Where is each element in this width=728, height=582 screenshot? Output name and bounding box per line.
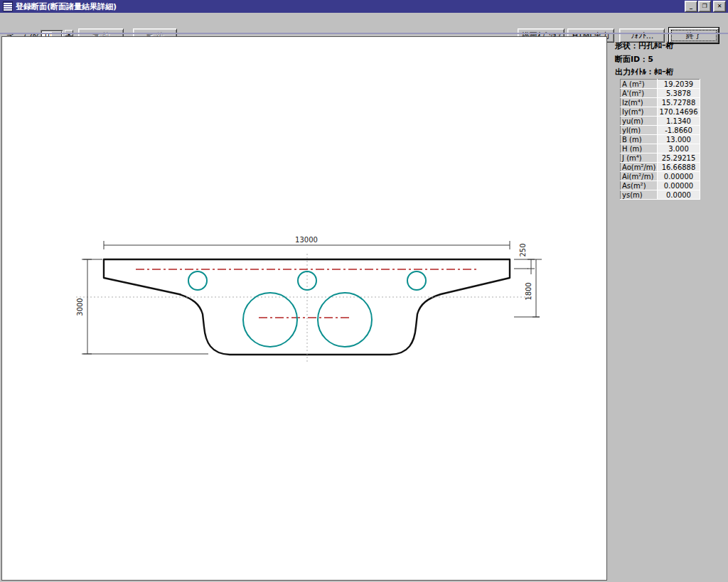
table-row: B (m) 13.000 — [621, 135, 700, 144]
table-row: H (m) 3.000 — [621, 144, 700, 153]
property-label: J (m⁴) — [621, 153, 658, 163]
property-value: 25.29215 — [658, 153, 700, 163]
property-label: ys(m) — [621, 190, 658, 200]
property-value: -1.8660 — [658, 126, 700, 135]
title-bar[interactable]: 登録断面(断面諸量結果詳細) _ ❐ ✕ — [0, 0, 728, 13]
property-label: H (m) — [621, 144, 658, 153]
restore-button[interactable]: ❐ — [698, 1, 711, 12]
property-label: Ao(m²/m) — [621, 163, 658, 172]
property-value: 170.14696 — [658, 107, 700, 117]
property-value: 15.72788 — [658, 98, 700, 107]
drawing-canvas[interactable]: 13000 3000 250 1800 — [1, 36, 607, 581]
cross-section-drawing: 13000 3000 250 1800 — [2, 37, 606, 580]
table-row: A (m²) 19.2039 — [621, 80, 700, 89]
property-value: 0.0000 — [658, 190, 700, 200]
shape-line: 形状：円孔ﾎﾛｰ桁 — [615, 41, 674, 51]
property-value: 0.00000 — [658, 172, 700, 181]
window-title: 登録断面(断面諸量結果詳細) — [16, 1, 685, 12]
property-label: A'(m²) — [621, 89, 658, 98]
results-panel: 形状：円孔ﾎﾛｰ桁 断面ID：5 出力ﾀｲﾄﾙ：ﾎﾛｰ桁 A (m²) 19.2… — [613, 36, 728, 582]
table-row: Iy(m⁴) 170.14696 — [621, 107, 700, 117]
section-properties-table: A (m²) 19.2039 A'(m²) 5.3878 Iz(m⁴) 15.7… — [620, 79, 700, 200]
property-label: Iy(m⁴) — [621, 107, 658, 117]
dim-height-label: 3000 — [76, 298, 84, 316]
toolbar: ズーム(%) 100 ▼ ▲ ▼ ☚ 前 ☛ 後 描画ｵﾌﾟｼｮﾝ HTML出力… — [0, 13, 728, 33]
dim-edge-label: 250 — [519, 243, 527, 257]
property-value: 19.2039 — [658, 80, 700, 89]
property-label: B (m) — [621, 135, 658, 144]
app-icon — [3, 1, 13, 11]
dim-width-label: 13000 — [295, 236, 318, 244]
table-row: A'(m²) 5.3878 — [621, 89, 700, 98]
output-title-line: 出力ﾀｲﾄﾙ：ﾎﾛｰ桁 — [615, 67, 674, 77]
table-row: Ai(m²/m) 0.00000 — [621, 172, 700, 181]
section-id-line: 断面ID：5 — [615, 54, 653, 65]
property-value: 5.3878 — [658, 89, 700, 98]
dim-inner-label: 1800 — [525, 282, 532, 300]
close-button[interactable]: ✕ — [713, 1, 726, 12]
table-row: Ao(m²/m) 16.66888 — [621, 163, 700, 172]
table-row: J (m⁴) 25.29215 — [621, 153, 700, 163]
property-value: 1.1340 — [658, 117, 700, 126]
property-label: yu(m) — [621, 117, 658, 126]
minimize-button[interactable]: _ — [685, 1, 697, 12]
property-label: Ai(m²/m) — [621, 172, 658, 181]
property-label: A (m²) — [621, 80, 658, 89]
table-row: As(m²) 0.00000 — [621, 181, 700, 190]
property-value: 0.00000 — [658, 181, 700, 190]
property-value: 13.000 — [658, 135, 700, 144]
table-row: ys(m) 0.0000 — [621, 190, 700, 200]
property-label: yl(m) — [621, 126, 658, 135]
table-row: Iz(m⁴) 15.72788 — [621, 98, 700, 107]
property-value: 3.000 — [658, 144, 700, 153]
table-row: yu(m) 1.1340 — [621, 117, 700, 126]
app-window: 登録断面(断面諸量結果詳細) _ ❐ ✕ ズーム(%) 100 ▼ ▲ ▼ ☚ … — [0, 0, 728, 582]
property-label: Iz(m⁴) — [621, 98, 658, 107]
property-label: As(m²) — [621, 181, 658, 190]
property-value: 16.66888 — [658, 163, 700, 172]
table-row: yl(m) -1.8660 — [621, 126, 700, 135]
toolbar-divider — [0, 33, 728, 34]
